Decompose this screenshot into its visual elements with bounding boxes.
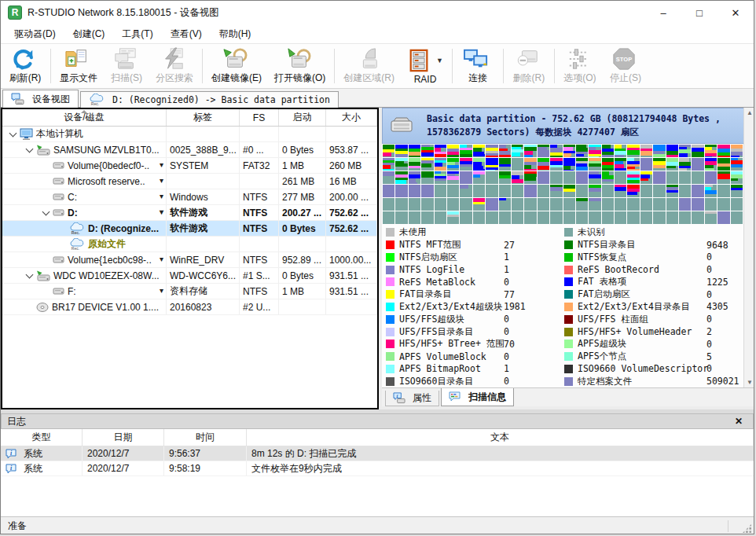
- toolbar-button-创建镜像[interactable]: 创建镜像(E): [205, 45, 268, 87]
- tree-column-header-0[interactable]: 设备/磁盘: [2, 109, 167, 126]
- toolbar-button-打开镜像[interactable]: 打开镜像(O): [268, 45, 332, 87]
- log-row[interactable]: i系统2020/12/79:56:378m 12s 的 D: 扫描已完成: [1, 446, 754, 461]
- cell-dropdown-icon[interactable]: ▾: [160, 160, 163, 169]
- toolbar-button-连接[interactable]: 连接: [455, 45, 501, 87]
- partition-tab-1[interactable]: 扫描信息: [441, 388, 514, 406]
- log-column-header-2[interactable]: 时间: [164, 429, 247, 446]
- chevron-down-icon[interactable]: [42, 207, 50, 215]
- scan-info-icon: [449, 391, 461, 402]
- log-row[interactable]: i系统2020/12/79:58:19文件枚举在9秒内完成: [1, 461, 754, 476]
- toolbar-button-RAID[interactable]: ▼RAID: [401, 45, 450, 87]
- toolbar-button-分区搜索[interactable]: 分区搜索: [149, 45, 200, 87]
- partition-tab-0[interactable]: i属性: [385, 391, 439, 406]
- scan-block: [435, 211, 446, 224]
- scan-block-map[interactable]: [382, 144, 754, 224]
- tree-row[interactable]: Microsoft reserve..▾261 MB16 MB: [2, 174, 377, 189]
- scan-block: [409, 185, 420, 197]
- tree-row[interactable]: D:▾软件游戏NTFS200.27 ...752.62 ...: [2, 205, 377, 221]
- menu-item-4[interactable]: 帮助(H): [211, 25, 260, 43]
- label-cell: 0025_388B_9...: [167, 142, 240, 157]
- scan-block: [653, 185, 665, 197]
- toolbar-button-选项[interactable]: 选项(O): [557, 45, 603, 87]
- scan-block: [421, 145, 433, 157]
- tree-row[interactable]: BR17 DEVICE V1.00 1....20160823#2 U...: [2, 299, 377, 315]
- tree-column-header-2[interactable]: FS: [240, 109, 279, 126]
- scroll-up-icon[interactable]: ▲: [747, 109, 753, 116]
- log-column-header-1[interactable]: 日期: [83, 429, 164, 446]
- scan-block: [524, 198, 536, 211]
- boot-cell: [279, 299, 326, 314]
- tree-row[interactable]: Volume{1ecb0c98-..▾WinRE_DRVNTFS952.89 .…: [2, 252, 377, 268]
- scan-block: [717, 158, 729, 171]
- toolbar-separator: [503, 49, 504, 83]
- chevron-down-icon[interactable]: [9, 129, 17, 137]
- cell-dropdown-icon[interactable]: ▾: [160, 207, 163, 216]
- partition-scrollbar[interactable]: ▲ ▼: [743, 108, 754, 387]
- log-column-header-0[interactable]: 类型: [1, 429, 83, 446]
- legend-label: NTFS恢复点: [578, 251, 702, 263]
- menu-item-3[interactable]: 查看(V): [162, 25, 211, 43]
- chevron-down-icon[interactable]: [25, 270, 33, 278]
- scroll-down-icon[interactable]: ▼: [747, 379, 753, 386]
- close-button[interactable]: ✕: [717, 1, 754, 24]
- toolbar-button-显示文件[interactable]: 显示文件: [53, 45, 104, 87]
- tree-row[interactable]: 本地计算机: [2, 127, 377, 142]
- legend-swatch: [386, 253, 395, 262]
- scan-block: [602, 185, 614, 197]
- scan-block: [435, 198, 446, 211]
- scan-block: [460, 145, 472, 157]
- legend-swatch: [386, 240, 395, 249]
- cell-dropdown-icon[interactable]: ▾: [160, 286, 163, 295]
- tree-row[interactable]: Rec.D: (Recognize...软件游戏NTFS0 Bytes752.6…: [2, 221, 377, 237]
- maximize-button[interactable]: □: [681, 1, 717, 24]
- tree-header: 设备/磁盘标签FS启动大小: [2, 109, 377, 127]
- scan-block: [383, 185, 395, 197]
- minimize-button[interactable]: –: [645, 1, 681, 24]
- toolbar-separator: [202, 49, 203, 83]
- view-tab-0[interactable]: 设备视图: [2, 90, 79, 108]
- log-column-header-3[interactable]: 文本: [247, 429, 754, 446]
- legend-item: FAT目录条目77: [386, 288, 564, 301]
- legend-count: 5: [706, 351, 712, 362]
- menu-item-1[interactable]: 创建(C): [64, 25, 114, 43]
- dropdown-arrow-icon[interactable]: ▼: [436, 57, 443, 64]
- device-name: D:: [68, 207, 78, 218]
- toolbar-button-扫描[interactable]: 扫描(S): [104, 45, 149, 87]
- toolbar-button-刷新[interactable]: 刷新(R): [2, 45, 48, 87]
- menu-item-2[interactable]: 工具(T): [113, 25, 161, 43]
- tree-row[interactable]: Rec.原始文件: [2, 237, 377, 252]
- cell-dropdown-icon[interactable]: ▾: [160, 255, 163, 263]
- tree-row[interactable]: WDC WD10EZEX-08W...WD-WCC6Y6...#1 S...0 …: [2, 268, 377, 284]
- chevron-down-icon[interactable]: [25, 145, 33, 152]
- tree-column-header-1[interactable]: 标签: [167, 109, 240, 126]
- device-name: 原始文件: [88, 237, 126, 251]
- tree-column-header-4[interactable]: 大小: [326, 109, 377, 126]
- resize-grip[interactable]: [742, 523, 752, 534]
- toolbar-button-创建区域[interactable]: 创建区域(R): [337, 45, 401, 87]
- tree-row[interactable]: C:▾WindowsNTFS277 MB200.00 ...: [2, 189, 377, 205]
- legend-label: 未识别: [578, 226, 702, 238]
- tree-row[interactable]: Volume{0bedecf0-..▾SYSTEMFAT321 MB260 MB: [2, 158, 377, 174]
- partition-icon: [53, 176, 64, 186]
- legend-label: HFS/HFS+ VolumeHeader: [578, 326, 702, 337]
- label-cell: WinRE_DRV: [167, 252, 240, 267]
- toolbar-button-停止[interactable]: STOP停止(S): [603, 45, 648, 87]
- device-name: WDC WD10EZEX-08W...: [53, 270, 160, 281]
- scan-block: [473, 198, 485, 211]
- tree-column-header-3[interactable]: 启动: [279, 109, 326, 126]
- log-close-icon[interactable]: ✕: [735, 416, 747, 427]
- scan-block: [460, 158, 472, 171]
- device-cell: Rec.原始文件: [2, 237, 167, 251]
- legend-label: 特定档案文件: [578, 376, 702, 387]
- cell-dropdown-icon[interactable]: ▾: [160, 192, 163, 200]
- view-tab-1[interactable]: Rec.D: (Recognized0) -> Basic data parti…: [80, 91, 339, 108]
- tree-row[interactable]: F:▾资料存储NTFS1 MB931.51 ...: [2, 284, 377, 299]
- scan-icon: [112, 47, 138, 71]
- scan-block: [383, 211, 395, 224]
- rec-cloud-icon: Rec.: [69, 238, 85, 251]
- tree-row[interactable]: SAMSUNG MZVLB1T0...0025_388B_9...#0 ...0…: [2, 142, 377, 158]
- menu-item-0[interactable]: 驱动器(D): [6, 25, 64, 43]
- cell-dropdown-icon[interactable]: ▾: [160, 176, 163, 185]
- toolbar-button-删除[interactable]: 删除(R): [506, 45, 552, 87]
- scan-block: [486, 185, 497, 197]
